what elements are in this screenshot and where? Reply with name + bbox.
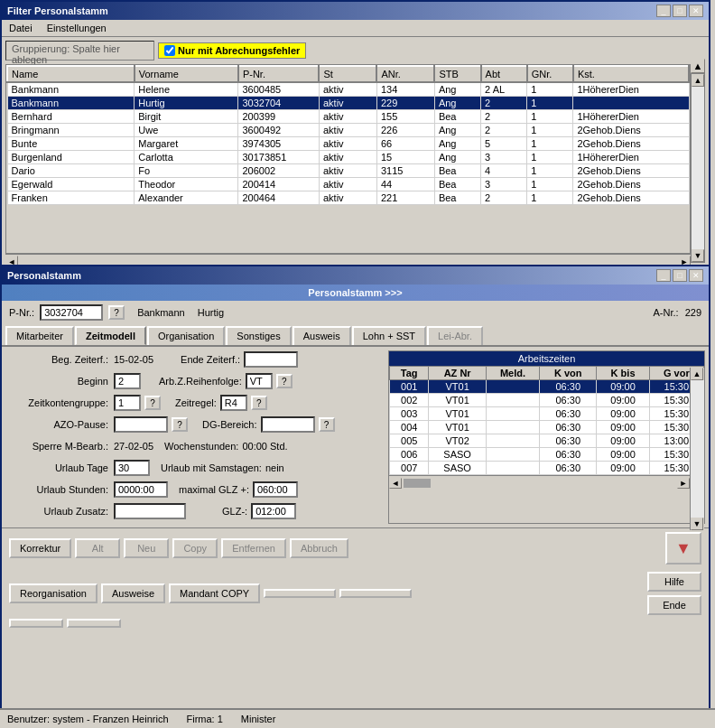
tab-mitarbeiter[interactable]: Mitarbeiter	[5, 326, 74, 345]
filter-vscrollbar[interactable]: ▲ ▼	[691, 73, 705, 263]
urlaub-zusatz-input[interactable]	[114, 503, 186, 519]
pnr-help-btn[interactable]: ?	[108, 305, 125, 320]
az-scroll-up[interactable]: ▲	[691, 368, 703, 380]
filter-table-cell: 1HöhererDien	[573, 82, 689, 97]
filter-table-wrapper[interactable]: Name Vorname P-Nr. St ANr. STB Abt GNr. …	[5, 64, 691, 254]
reorganisation-btn[interactable]: Reorganisation	[9, 583, 98, 603]
dg-bereich-input[interactable]	[261, 416, 315, 433]
filter-table-cell: 200399	[238, 110, 320, 124]
azo-pause-input[interactable]	[114, 416, 168, 433]
beginn-input[interactable]	[114, 373, 141, 389]
az-table-row[interactable]: 006SASO06:3009:0015:30	[390, 448, 704, 462]
zeitregel-input[interactable]	[220, 395, 247, 411]
filter-table-cell: 1	[527, 191, 573, 205]
urlaub-stunden-input[interactable]	[114, 481, 168, 498]
filter-table-cell: 200414	[238, 178, 320, 191]
zeitregel-help-btn[interactable]: ?	[251, 396, 267, 410]
zeitkonten-help-btn[interactable]: ?	[144, 396, 161, 410]
extra-btn-4[interactable]	[67, 619, 121, 628]
az-table-row[interactable]: 003VT0106:3009:0015:30	[390, 407, 704, 421]
az-table-row[interactable]: 005VT0206:3009:0013:00	[390, 434, 704, 448]
tab-organisation[interactable]: Organisation	[147, 326, 225, 345]
filter-table-row[interactable]: BankmannHurtig3032704aktiv229Ang21	[7, 97, 689, 110]
tab-sonstiges[interactable]: Sonstiges	[226, 326, 291, 345]
entfernen-btn[interactable]: Entfernen	[221, 538, 286, 558]
neu-btn[interactable]: Neu	[124, 538, 169, 558]
az-table-row[interactable]: 004VT0106:3009:0015:30	[390, 421, 704, 434]
az-hscrollbar[interactable]: ◄ ►	[389, 475, 690, 490]
az-hscroll-left[interactable]: ◄	[389, 478, 402, 489]
filter-table-row[interactable]: BernhardBirgit200399aktiv155Bea211Höhere…	[7, 110, 689, 124]
filter-table-cell: 2	[481, 97, 527, 110]
urlaub-tage-label: Urlaub Tage	[5, 462, 114, 473]
tab-zeitmodell[interactable]: Zeitmodell	[75, 326, 146, 345]
extra-btn-3[interactable]	[9, 619, 63, 628]
korrektur-btn[interactable]: Korrektur	[9, 538, 71, 558]
hilfe-btn[interactable]: Hilfe	[647, 572, 701, 592]
ende-zeiterf-input[interactable]	[244, 351, 298, 368]
az-hscroll-right[interactable]: ►	[677, 478, 690, 489]
filter-table-row[interactable]: BunteMargaret3974305aktiv66Ang512Gehob.D…	[7, 137, 689, 151]
scroll-up-btn[interactable]: ▲	[691, 59, 705, 73]
filter-table-row[interactable]: FrankenAlexander200464aktiv221Bea212Geho…	[7, 191, 689, 205]
az-vscrollbar[interactable]: ▲ ▼	[690, 368, 704, 530]
menu-datei[interactable]: Datei	[5, 22, 36, 34]
az-table-row[interactable]: 007SASO06:3009:0015:30	[390, 462, 704, 475]
az-scroll-down[interactable]: ▼	[691, 518, 703, 530]
pnr-input[interactable]	[40, 304, 103, 321]
personal-minimize-btn[interactable]: _	[656, 269, 671, 282]
grouping-box[interactable]: Gruppierung: Spalte hier ablegen	[5, 41, 154, 61]
arb-z-help-btn[interactable]: ?	[276, 374, 292, 388]
az-table-row[interactable]: 001VT0106:3009:0015:30	[390, 380, 704, 394]
arb-z-reihenfolge-input[interactable]	[246, 373, 273, 389]
az-table-cell: 002	[390, 394, 429, 407]
filter-table-cell: Uwe	[135, 124, 238, 137]
arbeitszeiten-title: Arbeitszeiten	[389, 351, 704, 366]
col-pnr: P-Nr.	[238, 66, 320, 82]
extra-btn-1[interactable]	[264, 589, 336, 598]
zeitkontengruppe-input[interactable]	[114, 395, 141, 411]
filter-minimize-btn[interactable]: _	[656, 5, 671, 17]
vscroll-up[interactable]: ▲	[692, 74, 704, 87]
tab-lohn-sst[interactable]: Lohn + SST	[352, 326, 426, 345]
personal-maximize-btn[interactable]: □	[673, 269, 687, 282]
az-table-cell: VT01	[429, 421, 486, 434]
filter-table-row[interactable]: EgerwaldTheodor200414aktiv44Bea312Gehob.…	[7, 178, 689, 191]
glz-input[interactable]	[251, 503, 296, 519]
filter-maximize-btn[interactable]: □	[673, 5, 687, 17]
beg-zeiterf-label: Beg. Zeiterf.:	[5, 354, 114, 365]
azo-help-btn[interactable]: ?	[172, 417, 188, 432]
personal-window: Personalstamm _ □ ✕ Personalstamm >>> P-…	[0, 265, 710, 725]
personal-close-btn[interactable]: ✕	[689, 269, 703, 282]
filter-icon-btn[interactable]: ▼	[665, 532, 701, 565]
filter-checkbox[interactable]	[164, 45, 175, 56]
filter-close-btn[interactable]: ✕	[689, 5, 703, 17]
az-table-row[interactable]: 002VT0106:3009:0015:30	[390, 394, 704, 407]
az-table-cell: 09:00	[597, 448, 649, 462]
filter-checkbox-label[interactable]: Nur mit Abrechungsfehler	[158, 42, 306, 59]
abbruch-btn[interactable]: Abbruch	[290, 538, 348, 558]
vscroll-down[interactable]: ▼	[692, 249, 704, 262]
maximal-glz-input[interactable]	[253, 481, 298, 498]
ende-btn[interactable]: Ende	[647, 595, 701, 615]
tab-lei-abr[interactable]: Lei-Abr.	[427, 326, 483, 345]
alt-btn[interactable]: Alt	[75, 538, 120, 558]
filter-table-row[interactable]: BringmannUwe3600492aktiv226Ang212Gehob.D…	[7, 124, 689, 137]
menu-einstellungen[interactable]: Einstellungen	[43, 22, 110, 34]
filter-table-row[interactable]: BankmannHelene3600485aktiv134Ang2 AL11Hö…	[7, 82, 689, 97]
filter-table-row[interactable]: DarioFo206002aktiv3115Bea412Gehob.Diens	[7, 164, 689, 178]
filter-table-cell: 206002	[238, 164, 320, 178]
filter-table-cell: Bea	[434, 164, 480, 178]
tab-ausweis[interactable]: Ausweis	[292, 326, 351, 345]
filter-table-row[interactable]: BurgenlandCarlotta30173851aktiv15Ang311H…	[7, 151, 689, 164]
filter-table-cell: Bunte	[7, 137, 135, 151]
urlaub-tage-input[interactable]	[114, 460, 150, 476]
dg-help-btn[interactable]: ?	[319, 417, 335, 432]
urlaub-samstagen-value: nein	[265, 462, 284, 473]
copy-btn[interactable]: Copy	[172, 538, 218, 558]
ausweise-btn[interactable]: Ausweise	[101, 583, 165, 603]
filter-table-cell: 3600492	[238, 124, 320, 137]
filter-table-cell: 3	[481, 151, 527, 164]
mandant-copy-btn[interactable]: Mandant COPY	[169, 583, 260, 603]
extra-btn-2[interactable]	[339, 589, 412, 598]
